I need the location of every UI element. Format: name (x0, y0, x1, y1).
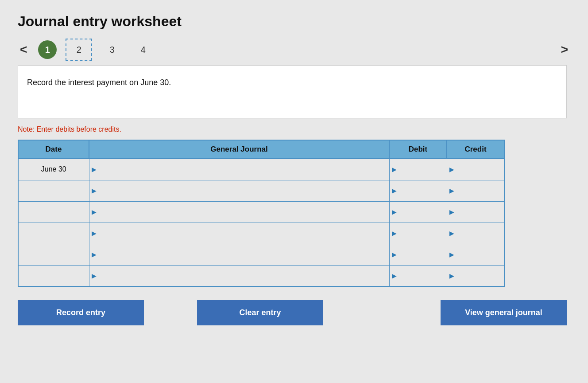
next-arrow[interactable]: > (559, 43, 570, 57)
journal-cell[interactable]: ▶ (89, 223, 389, 244)
credit-input[interactable] (456, 266, 504, 286)
credit-input[interactable] (456, 159, 504, 180)
date-cell (18, 180, 89, 201)
debit-arrow-icon: ▶ (392, 230, 397, 237)
credit-input[interactable] (456, 244, 504, 265)
buttons-row: Record entry Clear entry View general jo… (18, 300, 567, 325)
debit-cell[interactable]: ▶ (389, 159, 447, 180)
clear-entry-button[interactable]: Clear entry (197, 300, 323, 325)
note-text: Note: Enter debits before credits. (18, 125, 570, 133)
journal-table: Date General Journal Debit Credit June 3… (18, 140, 505, 287)
journal-input[interactable] (98, 180, 389, 201)
journal-arrow-icon: ▶ (92, 272, 97, 279)
credit-cell[interactable]: ▶ (447, 223, 504, 244)
step-1-circle[interactable]: 1 (38, 40, 57, 59)
debit-input[interactable] (398, 180, 447, 201)
journal-input[interactable] (98, 202, 389, 223)
page-title: Journal entry worksheet (18, 13, 570, 30)
date-cell: June 30 (18, 159, 89, 180)
debit-cell[interactable]: ▶ (389, 265, 447, 286)
table-row: ▶▶▶ (18, 265, 504, 286)
date-cell (18, 223, 89, 244)
credit-input[interactable] (456, 202, 504, 223)
table-row: ▶▶▶ (18, 244, 504, 265)
credit-arrow-icon: ▶ (449, 208, 454, 215)
step-navigation: < 1 2 3 4 > (18, 39, 570, 61)
step-2-box[interactable]: 2 (66, 39, 92, 61)
debit-cell[interactable]: ▶ (389, 244, 447, 265)
debit-cell[interactable]: ▶ (389, 180, 447, 201)
credit-cell[interactable]: ▶ (447, 159, 504, 180)
header-debit: Debit (389, 140, 447, 159)
debit-arrow-icon: ▶ (392, 251, 397, 258)
credit-input[interactable] (456, 223, 504, 244)
header-credit: Credit (447, 140, 504, 159)
record-entry-button[interactable]: Record entry (18, 300, 144, 325)
journal-arrow-icon: ▶ (92, 251, 97, 258)
journal-arrow-icon: ▶ (92, 208, 97, 215)
debit-input[interactable] (398, 159, 447, 180)
credit-cell[interactable]: ▶ (447, 180, 504, 201)
journal-input[interactable] (98, 223, 389, 244)
header-date: Date (18, 140, 89, 159)
journal-cell[interactable]: ▶ (89, 201, 389, 223)
table-row: ▶▶▶ (18, 201, 504, 223)
debit-input[interactable] (398, 223, 447, 244)
debit-cell[interactable]: ▶ (389, 201, 447, 223)
credit-arrow-icon: ▶ (449, 230, 454, 237)
debit-arrow-icon: ▶ (392, 187, 397, 194)
view-general-journal-button[interactable]: View general journal (441, 300, 567, 325)
step-4[interactable]: 4 (132, 39, 154, 61)
date-cell (18, 265, 89, 286)
debit-arrow-icon: ▶ (392, 166, 397, 173)
table-row: ▶▶▶ (18, 223, 504, 244)
date-cell (18, 201, 89, 223)
instruction-text: Record the interest payment on June 30. (27, 77, 557, 89)
journal-cell[interactable]: ▶ (89, 265, 389, 286)
journal-cell[interactable]: ▶ (89, 244, 389, 265)
credit-arrow-icon: ▶ (449, 166, 454, 173)
journal-input[interactable] (98, 159, 389, 180)
journal-arrow-icon: ▶ (92, 230, 97, 237)
debit-input[interactable] (398, 202, 447, 223)
journal-cell[interactable]: ▶ (89, 180, 389, 201)
header-general-journal: General Journal (89, 140, 389, 159)
credit-arrow-icon: ▶ (449, 251, 454, 258)
table-row: June 30▶▶▶ (18, 159, 504, 180)
date-cell (18, 244, 89, 265)
credit-cell[interactable]: ▶ (447, 265, 504, 286)
journal-arrow-icon: ▶ (92, 187, 97, 194)
debit-input[interactable] (398, 266, 447, 286)
credit-arrow-icon: ▶ (449, 187, 454, 194)
debit-arrow-icon: ▶ (392, 272, 397, 279)
journal-input[interactable] (98, 244, 389, 265)
prev-arrow[interactable]: < (18, 43, 29, 57)
journal-cell[interactable]: ▶ (89, 159, 389, 180)
debit-input[interactable] (398, 244, 447, 265)
journal-arrow-icon: ▶ (92, 166, 97, 173)
debit-cell[interactable]: ▶ (389, 223, 447, 244)
journal-input[interactable] (98, 266, 389, 286)
step-3[interactable]: 3 (101, 39, 123, 61)
debit-arrow-icon: ▶ (392, 208, 397, 215)
credit-cell[interactable]: ▶ (447, 244, 504, 265)
credit-input[interactable] (456, 180, 504, 201)
table-row: ▶▶▶ (18, 180, 504, 201)
instruction-box: Record the interest payment on June 30. (18, 65, 567, 118)
credit-cell[interactable]: ▶ (447, 201, 504, 223)
credit-arrow-icon: ▶ (449, 272, 454, 279)
